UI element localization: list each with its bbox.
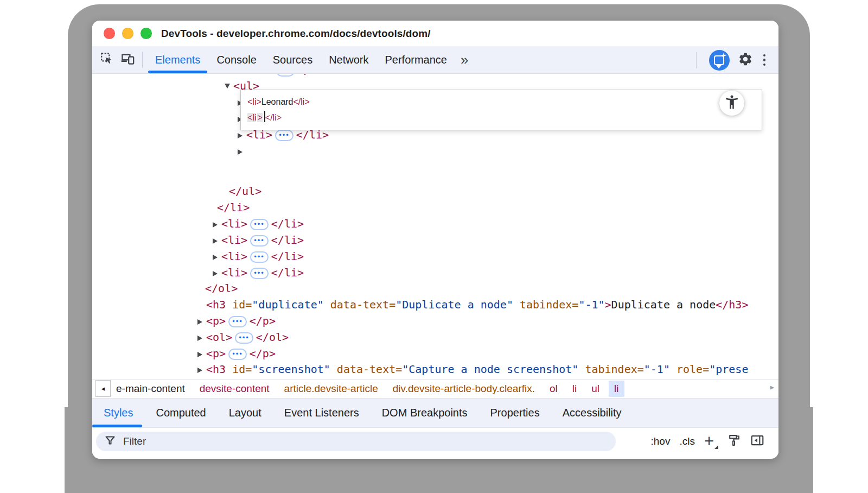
breadcrumb-scroll-right-button[interactable]: ▸: [770, 382, 774, 392]
new-style-rule-button[interactable]: +: [704, 433, 718, 450]
expand-right-icon[interactable]: [213, 232, 221, 248]
panel-tabs: ElementsConsoleSourcesNetworkPerformance: [147, 46, 455, 73]
breadcrumb-item[interactable]: ol: [550, 383, 558, 395]
token-tag: </li>: [271, 250, 304, 263]
tab-styles[interactable]: Styles: [92, 399, 144, 427]
tab-accessibility[interactable]: Accessibility: [551, 399, 633, 427]
dom-tree-row[interactable]: <li>•••</li>: [92, 264, 778, 281]
token-tag: </ul>: [229, 185, 261, 198]
rendering-emulation-button[interactable]: [727, 434, 741, 450]
content-ellipsis-badge[interactable]: •••: [235, 332, 253, 344]
token-tag: <ol>: [206, 331, 232, 344]
tab-sources[interactable]: Sources: [265, 46, 321, 73]
token-tag: <li>: [221, 266, 247, 279]
dom-tree-row[interactable]: [92, 143, 778, 159]
traffic-lights: [104, 28, 152, 39]
token-attr: data-text=: [330, 363, 402, 376]
dom-tree-row[interactable]: <p>•••</p>: [92, 345, 778, 362]
expand-right-icon[interactable]: [213, 216, 221, 232]
breadcrumb-item[interactable]: li: [609, 381, 624, 397]
window-title: DevTools - developer.chrome.com/docs/dev…: [161, 28, 431, 40]
expand-right-icon[interactable]: [238, 143, 246, 159]
content-ellipsis-badge[interactable]: •••: [250, 235, 269, 246]
tab-network[interactable]: Network: [321, 46, 376, 73]
tab-computed[interactable]: Computed: [144, 399, 217, 427]
content-ellipsis-badge[interactable]: •••: [228, 316, 247, 327]
content-ellipsis-badge[interactable]: •••: [228, 349, 247, 360]
tab-properties[interactable]: Properties: [479, 399, 551, 427]
titlebar: DevTools - developer.chrome.com/docs/dev…: [92, 21, 778, 46]
token-tag: <li>: [221, 250, 247, 263]
tab-elements[interactable]: Elements: [147, 46, 208, 73]
close-window-icon[interactable]: [104, 28, 115, 39]
tab-event-listeners[interactable]: Event Listeners: [273, 399, 371, 427]
dom-tree-row[interactable]: </ol>: [92, 280, 778, 296]
breadcrumb-item[interactable]: div.devsite-article-body.clearfix.: [393, 383, 535, 395]
token-val: "duplicate": [252, 298, 323, 311]
menu-button[interactable]: [761, 52, 768, 68]
tab-console[interactable]: Console: [208, 46, 264, 73]
expand-right-icon[interactable]: [197, 329, 206, 345]
toolbar-right-divider: [696, 52, 697, 68]
token-tag: </ol>: [256, 331, 289, 344]
breadcrumb-item[interactable]: devsite-content: [200, 383, 270, 395]
device-toolbar-icon: [120, 52, 135, 68]
dom-tree-row[interactable]: </li>: [92, 199, 778, 216]
breadcrumb-scroll-left-button[interactable]: ◂: [95, 380, 111, 397]
dom-tree-row[interactable]: <h3 id="duplicate" data-text="Duplicate …: [92, 296, 778, 313]
token-attr: data-text=: [324, 298, 395, 311]
token-hl: <li: [247, 113, 256, 122]
breadcrumb-item[interactable]: li: [572, 383, 577, 395]
expand-right-icon[interactable]: [197, 313, 206, 329]
token-val: "Capture a node screenshot": [402, 363, 578, 376]
token-tag: </li>: [271, 217, 304, 230]
breadcrumb-item[interactable]: e-main-content: [116, 383, 185, 395]
toolbar-divider: [142, 52, 143, 68]
device-toolbar-button[interactable]: [117, 48, 138, 71]
dom-tree-row[interactable]: <li>•••</li>: [92, 248, 778, 264]
dom-tree-row[interactable]: <h3 id="screenshot" data-text="Capture a…: [92, 361, 778, 377]
dom-tree-row[interactable]: <li>•••</li>: [92, 216, 778, 232]
expand-right-icon[interactable]: [197, 361, 206, 377]
dom-tree-row[interactable]: <ol>•••</ol>: [92, 329, 778, 345]
expand-right-icon[interactable]: [213, 248, 221, 264]
dom-tree-row[interactable]: <li>•••</li>: [92, 232, 778, 248]
accessibility-fab[interactable]: [719, 91, 744, 116]
content-ellipsis-badge[interactable]: •••: [250, 251, 269, 263]
minimize-window-icon[interactable]: [122, 28, 133, 39]
filter-input[interactable]: [122, 435, 607, 448]
more-tabs-button[interactable]: »: [455, 47, 474, 73]
inspect-element-button[interactable]: [97, 48, 117, 71]
token-tag: <p>: [206, 347, 226, 360]
token-tag: </li>: [217, 201, 250, 214]
toggle-cls[interactable]: .cls: [679, 435, 695, 447]
content-ellipsis-badge[interactable]: •••: [250, 219, 269, 230]
dom-tree-row[interactable]: </ul>: [92, 183, 778, 199]
expand-right-icon[interactable]: [197, 345, 206, 362]
settings-button[interactable]: [738, 52, 753, 69]
token-tag: </li>: [297, 74, 330, 77]
toggle-sidebar-button[interactable]: [750, 433, 764, 450]
token-text: Duplicate a node: [611, 298, 716, 311]
content-ellipsis-badge[interactable]: •••: [276, 74, 295, 77]
dom-tree-row[interactable]: <p>•••</p>: [92, 313, 778, 329]
breadcrumb-item[interactable]: ul: [591, 383, 599, 395]
tab-performance[interactable]: Performance: [377, 46, 456, 73]
chevron-right-icon: ▸: [770, 382, 774, 391]
token-tag: <h3: [206, 298, 226, 311]
content-ellipsis-badge[interactable]: •••: [250, 268, 269, 279]
ai-assistant-button[interactable]: [709, 50, 730, 71]
breadcrumb-item[interactable]: article.devsite-article: [284, 383, 378, 395]
zoom-window-icon[interactable]: [141, 28, 152, 39]
expand-right-icon[interactable]: [213, 264, 221, 281]
expand-down-icon[interactable]: [225, 78, 233, 94]
filter-field[interactable]: [96, 432, 616, 451]
token-tag: >: [605, 298, 611, 311]
tab-layout[interactable]: Layout: [218, 399, 273, 427]
token-tag: </h3>: [716, 298, 748, 311]
edit-html-box[interactable]: <li>Leonard</li><li></li>: [240, 90, 762, 130]
content-ellipsis-badge[interactable]: •••: [275, 130, 293, 141]
tab-dom-breakpoints[interactable]: DOM Breakpoints: [371, 399, 479, 427]
filter-funnel-icon: [105, 435, 116, 448]
toggle-hov[interactable]: :hov: [650, 435, 670, 447]
